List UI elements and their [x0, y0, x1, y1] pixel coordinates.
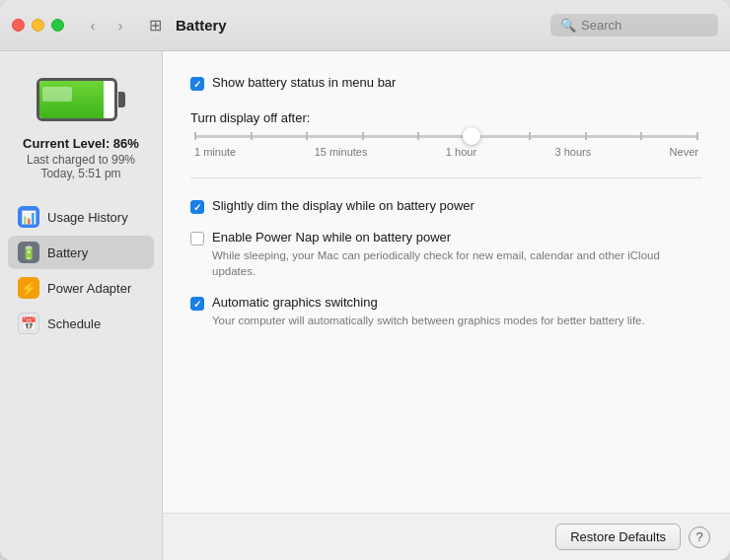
- tick-2: [251, 132, 253, 140]
- sidebar-item-battery[interactable]: 🔋 Battery: [8, 236, 154, 269]
- battery-graphic: [36, 75, 125, 124]
- slider-ticks: [194, 132, 698, 140]
- tick-10: [696, 132, 698, 140]
- auto-graphics-label: Automatic graphics switching: [212, 295, 645, 310]
- battery-level-label: Current Level: 86%: [23, 136, 139, 151]
- search-icon: 🔍: [560, 18, 576, 33]
- divider-1: [190, 177, 702, 178]
- auto-graphics-subtext: Your computer will automatically switch …: [212, 313, 645, 328]
- slider-track: [194, 135, 698, 138]
- battery-info: Current Level: 86% Last charged to 99% T…: [0, 67, 162, 196]
- help-button[interactable]: ?: [689, 526, 710, 548]
- power-nap-label: Enable Power Nap while on battery power: [212, 230, 702, 245]
- grid-icon[interactable]: ⊞: [149, 16, 162, 35]
- show-battery-status-checkbox[interactable]: [190, 77, 204, 91]
- power-nap-text-group: Enable Power Nap while on battery power …: [212, 230, 702, 279]
- content-area: Current Level: 86% Last charged to 99% T…: [0, 51, 730, 560]
- forward-button[interactable]: ›: [108, 13, 133, 38]
- minimize-button[interactable]: [32, 19, 44, 32]
- tick-4: [362, 132, 364, 140]
- slider-labels: 1 minute 15 minutes 1 hour 3 hours Never: [194, 146, 698, 158]
- slider-container[interactable]: 1 minute 15 minutes 1 hour 3 hours Never: [194, 135, 698, 158]
- schedule-icon: 📅: [18, 313, 39, 334]
- nav-buttons: ‹ ›: [80, 13, 133, 38]
- tick-9: [640, 132, 642, 140]
- bottom-bar: Restore Defaults ?: [163, 513, 730, 560]
- power-nap-checkbox[interactable]: [190, 232, 204, 245]
- auto-graphics-row: Automatic graphics switching Your comput…: [190, 295, 702, 328]
- battery-icon: 🔋: [18, 242, 39, 263]
- tick-5: [417, 132, 419, 140]
- power-nap-row: Enable Power Nap while on battery power …: [190, 230, 702, 279]
- slider-label-1min: 1 minute: [194, 146, 236, 158]
- battery-time-label: Today, 5:51 pm: [40, 167, 120, 180]
- power-adapter-icon: ⚡: [18, 277, 39, 299]
- slider-label-never: Never: [670, 146, 698, 158]
- battery-tip: [118, 92, 125, 107]
- sidebar-item-schedule[interactable]: 📅 Schedule: [8, 307, 154, 340]
- back-button[interactable]: ‹: [80, 13, 106, 38]
- slider-thumb[interactable]: [463, 127, 480, 145]
- power-nap-subtext: While sleeping, your Mac can periodicall…: [212, 247, 702, 279]
- tick-7: [529, 132, 531, 140]
- sidebar-item-label-battery: Battery: [47, 245, 88, 260]
- usage-history-icon: 📊: [18, 206, 39, 228]
- sidebar-item-label-usage-history: Usage History: [47, 210, 128, 225]
- sidebar-item-usage-history[interactable]: 📊 Usage History: [8, 200, 154, 234]
- tick-3: [306, 132, 308, 140]
- restore-defaults-button[interactable]: Restore Defaults: [555, 524, 681, 550]
- tick-1: [194, 132, 196, 140]
- slider-label-1hour: 1 hour: [446, 146, 476, 158]
- window-title: Battery: [176, 17, 543, 34]
- sidebar-item-label-power-adapter: Power Adapter: [47, 281, 131, 296]
- sidebar: Current Level: 86% Last charged to 99% T…: [0, 51, 163, 560]
- sidebar-item-label-schedule: Schedule: [47, 316, 101, 331]
- battery-shine: [42, 87, 72, 102]
- slider-label-3hours: 3 hours: [554, 146, 591, 158]
- tick-8: [585, 132, 587, 140]
- slider-label-15min: 15 minutes: [315, 146, 368, 158]
- maximize-button[interactable]: [51, 19, 64, 32]
- titlebar: ‹ › ⊞ Battery 🔍: [0, 0, 730, 51]
- battery-charged-label: Last charged to 99%: [27, 153, 135, 167]
- close-button[interactable]: [12, 19, 25, 32]
- dim-display-label: Slightly dim the display while on batter…: [212, 198, 474, 213]
- battery-body: [36, 78, 117, 121]
- sidebar-item-power-adapter[interactable]: ⚡ Power Adapter: [8, 271, 154, 305]
- show-battery-status-label: Show battery status in menu bar: [212, 75, 396, 90]
- search-input[interactable]: [581, 18, 699, 33]
- display-off-slider-section: Turn display off after:: [190, 110, 702, 158]
- slider-label: Turn display off after:: [190, 110, 702, 125]
- show-battery-status-row: Show battery status in menu bar: [190, 75, 702, 91]
- auto-graphics-checkbox[interactable]: [190, 297, 204, 311]
- traffic-lights: [12, 19, 64, 32]
- system-preferences-window: ‹ › ⊞ Battery 🔍 Current Level: 86% La: [0, 0, 730, 560]
- auto-graphics-text-group: Automatic graphics switching Your comput…: [212, 295, 645, 328]
- main-panel: Show battery status in menu bar Turn dis…: [163, 51, 730, 513]
- sidebar-nav: 📊 Usage History 🔋 Battery ⚡ Power Adapte…: [0, 196, 162, 344]
- dim-display-checkbox[interactable]: [190, 200, 204, 214]
- dim-display-row: Slightly dim the display while on batter…: [190, 198, 702, 214]
- search-bar[interactable]: 🔍: [550, 14, 718, 36]
